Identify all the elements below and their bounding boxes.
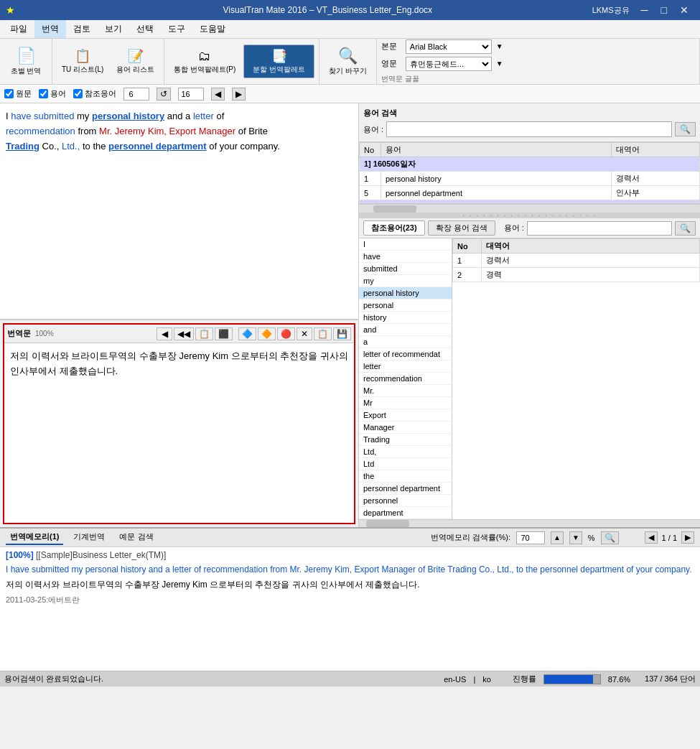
split-palette-button[interactable]: 📑 분할 번역팔레트 <box>243 45 314 78</box>
trans-btn-5[interactable]: 🔷 <box>238 327 256 340</box>
tm-tab-machine[interactable]: 기계번역 <box>69 530 109 545</box>
trans-btn-3[interactable]: 📋 <box>195 327 213 340</box>
term-search-button[interactable]: 🔍 <box>675 122 696 136</box>
word-item-trading[interactable]: Trading <box>359 434 452 446</box>
ref-trans-val-2: 경력 <box>482 268 700 282</box>
tm-prev-btn[interactable]: ◀ <box>645 531 658 544</box>
word-item-submitted[interactable]: submitted <box>359 263 452 275</box>
menu-review[interactable]: 검토 <box>66 20 98 38</box>
source-text-area[interactable]: I have submitted my personal history and… <box>0 103 358 320</box>
source-to-the: to the <box>80 141 108 152</box>
ref-search-input[interactable] <box>527 221 672 236</box>
word-item-letter-of-rec[interactable]: letter of recommendat <box>359 348 452 360</box>
word-item-my[interactable]: my <box>359 275 452 287</box>
term-checkbox[interactable] <box>39 89 48 98</box>
word-item-recommendation[interactable]: recommendation <box>359 373 452 385</box>
word-item-personnel[interactable]: personnel <box>359 495 452 507</box>
tm-tab-memory[interactable]: 번역메모리(1) <box>6 530 63 545</box>
maximize-button[interactable]: □ <box>655 3 673 17</box>
trans-btn-4[interactable]: ⬛ <box>215 327 233 340</box>
source-check-label[interactable]: 원문 <box>4 88 32 99</box>
word-item-letter[interactable]: letter <box>359 360 452 373</box>
app-title: VisualTran Mate 2016 – VT_Business Lette… <box>63 5 592 15</box>
word-item-ltd[interactable]: Ltd <box>359 458 452 470</box>
word-item-mr[interactable]: Mr <box>359 397 452 409</box>
trans-btn-8[interactable]: ✕ <box>297 327 312 340</box>
tm-stepper-down[interactable]: ▼ <box>569 531 582 544</box>
word-item-department[interactable]: department <box>359 507 452 519</box>
trans-btn-1[interactable]: ◀ <box>157 327 172 340</box>
combined-palette-button[interactable]: 🗂 통합 번역팔레트(P) <box>169 46 241 78</box>
term-row-5[interactable]: 5 personnel department 인사부 <box>360 186 700 200</box>
tm-search-btn[interactable]: 🔍 <box>601 531 619 544</box>
tm-next-btn[interactable]: ▶ <box>681 531 694 544</box>
term-list-icon: 📝 <box>128 48 144 64</box>
menu-file[interactable]: 파일 <box>3 20 34 38</box>
font-arrow-icon: ▼ <box>496 42 503 50</box>
initial-translate-button[interactable]: 📄 초벌 번역 <box>4 44 47 79</box>
menu-select[interactable]: 선택 <box>129 20 161 38</box>
word-item-a[interactable]: a <box>359 336 452 348</box>
translation-list: No 대역어 1 경력서 2 경력 <box>452 238 700 519</box>
tu-list-button[interactable]: 📋 TU 리스트(L) <box>57 45 108 78</box>
minimize-button[interactable]: ─ <box>635 3 654 17</box>
ref-trans-row-2[interactable]: 2 경력 <box>453 268 700 282</box>
close-button[interactable]: ✕ <box>674 3 694 17</box>
refresh-button[interactable]: ↺ <box>157 88 171 101</box>
trans-content[interactable]: 저의 이력서와 브라이트무역의 수출부장 Jeremy Kim 으로부터의 추천… <box>4 343 354 523</box>
menu-help[interactable]: 도움말 <box>192 20 233 38</box>
translate-icon: 📄 <box>17 47 36 65</box>
lang-target: ko <box>482 675 491 684</box>
term-search-input[interactable] <box>386 121 672 137</box>
ref-tab-ref-terms[interactable]: 참조용어(23) <box>363 220 425 236</box>
tm-search-pct-input[interactable] <box>516 531 545 544</box>
menu-tools[interactable]: 도구 <box>161 20 192 38</box>
term-row-1[interactable]: 1 personal history 경력서 <box>360 172 700 186</box>
find-replace-button[interactable]: 🔍 찾기 바꾸기 <box>324 44 372 79</box>
ref-panel-scrollbar[interactable] <box>359 519 700 527</box>
word-item-history[interactable]: history <box>359 312 452 324</box>
term-col-no: No <box>360 143 381 157</box>
trans-btn-2[interactable]: ◀◀ <box>174 327 194 340</box>
prev-button[interactable]: ◀ <box>211 88 225 101</box>
source-font-select[interactable]: Arial Black <box>406 39 492 54</box>
trans-btn-7[interactable]: 🔴 <box>277 327 295 340</box>
tm-tab-example[interactable]: 예문 검색 <box>115 530 157 545</box>
word-item-i[interactable]: I <box>359 238 452 251</box>
term-col-term: 용어 <box>381 143 612 157</box>
menu-translate[interactable]: 번역 <box>34 20 66 38</box>
source-submitted: submitted <box>34 111 74 121</box>
word-item-ltd-comma[interactable]: Ltd, <box>359 446 452 458</box>
term-check-label[interactable]: 용어 <box>39 88 66 99</box>
target-font-select[interactable]: 휴먼둥근헤드... <box>406 57 492 71</box>
trans-btn-10[interactable]: 💾 <box>333 327 351 340</box>
find-replace-icon: 🔍 <box>338 47 358 65</box>
word-item-have[interactable]: have <box>359 251 452 263</box>
ref-term-check-label[interactable]: 참조응어 <box>73 88 116 99</box>
term-list-button[interactable]: 📝 용어 리스트 <box>111 45 159 78</box>
word-item-personal-history[interactable]: personal history <box>359 287 452 299</box>
word-item-export[interactable]: Export <box>359 409 452 422</box>
tm-panel: 번역메모리(1) 기계번역 예문 검색 번역메모리 검색률(%): ▲ ▼ % … <box>0 527 700 671</box>
word-item-personnel-dept[interactable]: personnel department <box>359 483 452 495</box>
word-item-the[interactable]: the <box>359 470 452 483</box>
source-checkbox[interactable] <box>4 89 14 98</box>
trans-btn-9[interactable]: 📋 <box>314 327 332 340</box>
trans-btn-6[interactable]: 🔶 <box>258 327 276 340</box>
word-item-mr-dot[interactable]: Mr. <box>359 385 452 397</box>
ref-search-button[interactable]: 🔍 <box>675 221 696 236</box>
tm-stepper-up[interactable]: ▲ <box>551 531 564 544</box>
word-count: 137 / 364 단어 <box>645 674 696 684</box>
toolbar: 📄 초벌 번역 📋 TU 리스트(L) 📝 용어 리스트 🗂 통합 번역팔레트(… <box>0 39 700 85</box>
next-button[interactable]: ▶ <box>232 88 246 101</box>
ref-trans-row-1[interactable]: 1 경력서 <box>453 253 700 268</box>
word-item-personal[interactable]: personal <box>359 299 452 312</box>
word-item-manager[interactable]: Manager <box>359 422 452 434</box>
menu-view[interactable]: 보기 <box>98 20 129 38</box>
panel-divider[interactable]: · · · · · · · · · · · · · · · · · · · · <box>359 213 700 218</box>
ref-tab-extended-search[interactable]: 확장 용어 검색 <box>428 220 495 236</box>
word-item-and[interactable]: and <box>359 324 452 336</box>
number-input-1[interactable] <box>123 88 149 101</box>
ref-term-checkbox[interactable] <box>73 89 83 98</box>
number-input-2[interactable] <box>178 88 204 101</box>
